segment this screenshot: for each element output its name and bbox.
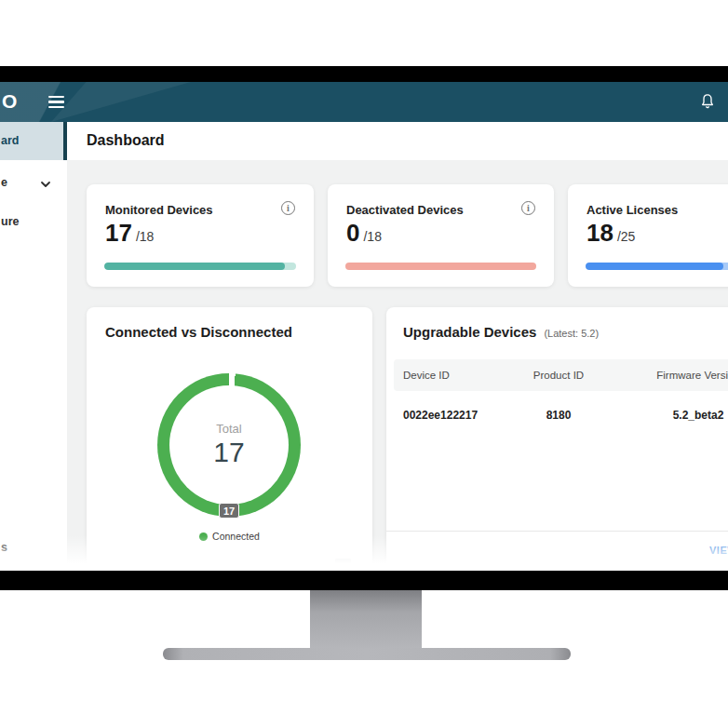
monitor-bezel-bottom [0, 571, 728, 590]
donut-center: Total 17 [157, 373, 301, 517]
notifications-bell-icon[interactable] [698, 92, 717, 111]
upgradable-devices-card: Upgradable Devices (Latest: 5.2) Device … [386, 307, 728, 570]
stat-denominator: /25 [617, 229, 635, 244]
donut-total-label: Total [216, 422, 241, 436]
stat-denominator: /18 [136, 229, 154, 244]
view-all-link[interactable]: VIEW ALL [709, 545, 728, 556]
monitor-stand-neck [310, 590, 422, 648]
stat-number: 18 [586, 219, 613, 248]
page-title-bar: Dashboard [67, 122, 728, 160]
cell-product-id: 8180 [493, 409, 624, 422]
column-product-id: Product ID [493, 370, 624, 381]
donut-legend: Connected [87, 531, 372, 542]
donut-data-label: 17 [219, 503, 239, 519]
legend-label-connected: Connected [212, 531, 260, 542]
stat-value: 0 /18 [346, 219, 382, 248]
table-row[interactable]: 0022ee122217 8180 5.2_beta2 [394, 397, 728, 434]
stat-denominator: /18 [363, 229, 381, 244]
info-icon[interactable]: i [281, 201, 295, 215]
legend-dot-connected [199, 533, 208, 541]
sidebar-item-label[interactable]: e [1, 176, 7, 189]
card-title: Upgradable Devices [403, 324, 536, 340]
progress-fill [104, 263, 285, 270]
page-title: Dashboard [87, 132, 165, 149]
menu-icon[interactable] [48, 96, 64, 108]
card-title: Deactivated Devices [346, 203, 464, 217]
stat-value: 17 /18 [105, 219, 154, 248]
progress-bar [104, 263, 296, 270]
stat-number: 0 [346, 219, 359, 248]
stat-value: 18 /25 [586, 219, 635, 248]
brand-logo: O [2, 90, 18, 113]
screenshot-canvas: O ard e ure s Dashboard [0, 0, 728, 728]
monitor-bezel-top [0, 66, 728, 82]
dashboard-screen: O ard e ure s Dashboard [0, 82, 728, 571]
active-licenses-card: Active Licenses 18 /25 [568, 184, 728, 287]
progress-fill [586, 263, 723, 270]
app-header: O [0, 82, 728, 122]
column-firmware-version: Firmware Version [624, 370, 728, 381]
sidebar-item-dashboard-label[interactable]: ard [1, 134, 19, 147]
connected-vs-disconnected-card: Connected vs Disconnected Total 17 17 Co… [87, 307, 372, 570]
chevron-down-icon[interactable] [40, 177, 51, 188]
main-content: Monitored Devices i 17 /18 Deactivated D… [67, 160, 728, 571]
latest-version-note: (Latest: 5.2) [544, 328, 599, 339]
sidebar-item-label[interactable]: ure [1, 215, 19, 228]
column-device-id: Device ID [403, 370, 493, 381]
progress-bar [345, 263, 536, 270]
stat-number: 17 [105, 219, 132, 248]
card-title: Active Licenses [586, 203, 678, 217]
card-title: Connected vs Disconnected [105, 324, 292, 340]
info-icon[interactable]: i [521, 201, 535, 215]
horizontal-scrollbar-thumb[interactable] [335, 559, 351, 566]
sidebar-item-label[interactable]: s [1, 541, 7, 554]
deactivated-devices-card: Deactivated Devices i 0 /18 [328, 184, 554, 287]
card-title-row: Upgradable Devices (Latest: 5.2) [403, 324, 599, 340]
card-footer-divider [386, 531, 728, 532]
cell-firmware-version: 5.2_beta2 [624, 409, 728, 422]
progress-bar [586, 263, 728, 270]
card-title: Monitored Devices [105, 203, 213, 217]
donut-total-value: 17 [213, 437, 244, 468]
sidebar: ard e ure s [0, 122, 63, 571]
monitor-stand-base [163, 648, 571, 660]
cell-device-id: 0022ee122217 [403, 409, 493, 422]
monitored-devices-card: Monitored Devices i 17 /18 [87, 184, 314, 287]
table-header: Device ID Product ID Firmware Version [394, 359, 728, 391]
